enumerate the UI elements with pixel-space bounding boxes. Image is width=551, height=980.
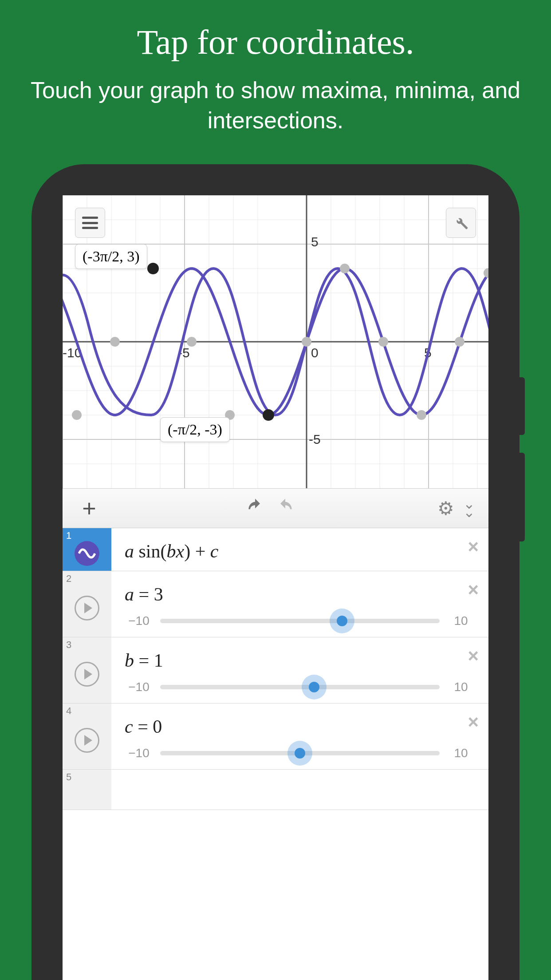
delete-expression-button[interactable]: × xyxy=(468,536,479,557)
expression-row[interactable]: 2 a = 3 × −10 10 xyxy=(63,571,488,637)
phone-frame: -10 -5 0 5 5 -5 xyxy=(31,164,520,980)
play-slider-button[interactable] xyxy=(75,596,99,620)
slider-max[interactable]: 10 xyxy=(447,746,475,760)
expression-list: 1 a sin(bx) + c × 2 a = 3 × xyxy=(63,528,488,810)
undo-icon xyxy=(245,497,265,515)
svg-point-37 xyxy=(187,337,197,347)
row-index: 3 xyxy=(66,639,71,651)
redo-button[interactable] xyxy=(276,497,295,519)
phone-side-button xyxy=(520,377,525,435)
row-index: 2 xyxy=(66,573,71,585)
delete-expression-button[interactable]: × xyxy=(468,579,479,601)
slider-min[interactable]: −10 xyxy=(125,746,153,760)
graph-grid: -10 -5 0 5 5 -5 xyxy=(63,195,488,488)
svg-text:0: 0 xyxy=(311,345,319,360)
svg-point-34 xyxy=(72,410,82,420)
svg-point-35 xyxy=(110,337,120,347)
expression-text[interactable]: b = 1 xyxy=(125,650,475,671)
slider-min[interactable]: −10 xyxy=(125,680,153,694)
svg-text:5: 5 xyxy=(311,234,319,249)
collapse-button[interactable]: ⌄ ⌄ xyxy=(463,500,475,517)
row-index: 4 xyxy=(66,705,71,717)
promo-header: Tap for coordinates. Touch your graph to… xyxy=(0,0,551,135)
svg-point-40 xyxy=(263,409,274,421)
add-expression-button[interactable]: + xyxy=(76,494,102,522)
expression-text[interactable]: a sin(bx) + c xyxy=(125,541,475,562)
chevron-down-icon: ⌄ xyxy=(463,508,475,517)
svg-point-41 xyxy=(302,337,311,347)
coord-tooltip[interactable]: (-3π/2, 3) xyxy=(75,244,147,269)
svg-point-36 xyxy=(147,263,159,274)
undo-button[interactable] xyxy=(245,497,265,519)
settings-button[interactable]: ⚙ xyxy=(437,498,454,519)
expression-row[interactable]: 3 b = 1 × −10 10 xyxy=(63,637,488,703)
slider-track[interactable] xyxy=(160,619,440,623)
slider-thumb[interactable] xyxy=(337,616,347,626)
slider-thumb[interactable] xyxy=(295,748,305,759)
function-color-icon[interactable] xyxy=(75,541,99,566)
svg-text:-5: -5 xyxy=(309,432,321,447)
coord-tooltip[interactable]: (-π/2, -3) xyxy=(160,417,230,442)
delete-expression-button[interactable]: × xyxy=(468,711,479,733)
slider-max[interactable]: 10 xyxy=(447,680,475,694)
slider-max[interactable]: 10 xyxy=(447,614,475,628)
menu-button[interactable] xyxy=(75,208,105,238)
hamburger-icon xyxy=(82,217,98,229)
svg-point-43 xyxy=(378,337,388,347)
promo-subtitle: Touch your graph to show maxima, minima,… xyxy=(27,75,524,135)
app-screen: -10 -5 0 5 5 -5 xyxy=(63,195,488,980)
expression-text[interactable]: a = 3 xyxy=(125,584,475,605)
play-slider-button[interactable] xyxy=(75,728,99,753)
svg-point-46 xyxy=(484,268,488,278)
graph-area[interactable]: -10 -5 0 5 5 -5 xyxy=(63,195,488,488)
promo-title: Tap for coordinates. xyxy=(27,22,524,62)
wrench-icon xyxy=(453,215,469,231)
svg-point-45 xyxy=(455,337,464,347)
row-index: 1 xyxy=(66,530,71,541)
expression-row[interactable]: 1 a sin(bx) + c × xyxy=(63,528,488,571)
slider-thumb[interactable] xyxy=(309,682,319,692)
row-index: 5 xyxy=(66,771,71,783)
redo-icon xyxy=(276,497,295,515)
slider[interactable]: −10 10 xyxy=(125,746,475,760)
expression-toolbar: + ⚙ ⌄ ⌄ xyxy=(63,488,488,528)
slider[interactable]: −10 10 xyxy=(125,614,475,628)
svg-point-44 xyxy=(417,410,426,420)
graph-settings-button[interactable] xyxy=(446,208,476,238)
phone-side-button xyxy=(520,453,525,541)
slider-track[interactable] xyxy=(160,751,440,755)
slider-track[interactable] xyxy=(160,685,440,689)
slider-min[interactable]: −10 xyxy=(125,614,153,628)
slider[interactable]: −10 10 xyxy=(125,680,475,694)
sine-icon xyxy=(78,545,96,562)
play-slider-button[interactable] xyxy=(75,662,99,687)
expression-row[interactable]: 4 c = 0 × −10 10 xyxy=(63,703,488,770)
expression-row[interactable]: 5 xyxy=(63,770,488,810)
delete-expression-button[interactable]: × xyxy=(468,645,479,667)
expression-text[interactable]: c = 0 xyxy=(125,716,475,737)
svg-point-42 xyxy=(340,264,350,273)
